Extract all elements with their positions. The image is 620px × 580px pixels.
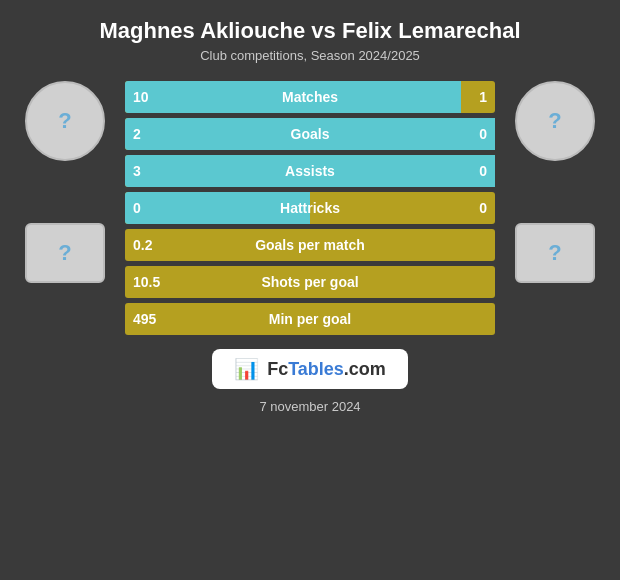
- right-avatar-top: ?: [515, 81, 595, 161]
- left-avatar-top: ?: [25, 81, 105, 161]
- stat-right-val-3: 0: [479, 200, 487, 216]
- stat-right-val-1: 0: [479, 126, 487, 142]
- page-subtitle: Club competitions, Season 2024/2025: [200, 48, 420, 63]
- right-avatar-bottom: ?: [515, 223, 595, 283]
- stat-row-0: 10Matches1: [125, 81, 495, 113]
- left-avatar-bottom-icon: ?: [58, 240, 71, 266]
- left-player-col: ? ?: [10, 81, 120, 283]
- left-avatar-top-icon: ?: [58, 108, 71, 134]
- stat-label-2: Assists: [125, 163, 495, 179]
- stat-label-5: Shots per goal: [125, 274, 495, 290]
- stat-label-6: Min per goal: [125, 311, 495, 327]
- right-player-col: ? ?: [500, 81, 610, 283]
- logo-text: FcTables.com: [267, 359, 386, 380]
- stat-label-4: Goals per match: [125, 237, 495, 253]
- stat-row-5: 10.5Shots per goal: [125, 266, 495, 298]
- right-avatar-top-icon: ?: [548, 108, 561, 134]
- stat-label-1: Goals: [125, 126, 495, 142]
- stat-right-val-2: 0: [479, 163, 487, 179]
- stat-row-6: 495Min per goal: [125, 303, 495, 335]
- stats-center: 10Matches12Goals03Assists00Hattricks00.2…: [125, 81, 495, 335]
- stat-right-val-0: 1: [479, 89, 487, 105]
- main-container: Maghnes Akliouche vs Felix Lemarechal Cl…: [0, 0, 620, 580]
- logo-area: 📊 FcTables.com: [212, 349, 408, 389]
- left-avatar-bottom: ?: [25, 223, 105, 283]
- stat-row-4: 0.2Goals per match: [125, 229, 495, 261]
- stat-row-2: 3Assists0: [125, 155, 495, 187]
- date-label: 7 november 2024: [259, 399, 360, 414]
- stat-label-3: Hattricks: [125, 200, 495, 216]
- stat-row-1: 2Goals0: [125, 118, 495, 150]
- page-title: Maghnes Akliouche vs Felix Lemarechal: [79, 18, 540, 44]
- right-avatar-bottom-icon: ?: [548, 240, 561, 266]
- stats-area: ? ? 10Matches12Goals03Assists00Hattricks…: [0, 81, 620, 335]
- logo-chart-icon: 📊: [234, 357, 259, 381]
- stat-label-0: Matches: [125, 89, 495, 105]
- stat-row-3: 0Hattricks0: [125, 192, 495, 224]
